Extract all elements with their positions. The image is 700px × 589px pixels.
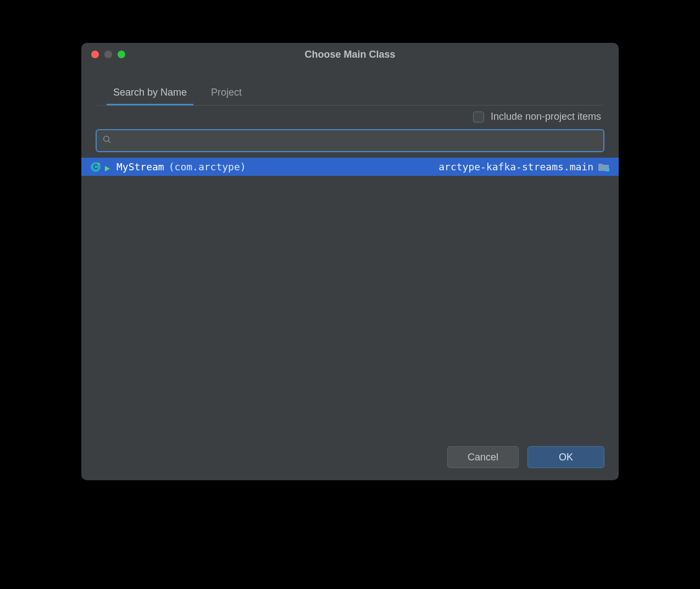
class-icon: C [90, 162, 101, 173]
tab-search-by-name[interactable]: Search by Name [110, 81, 190, 105]
svg-text:C: C [93, 163, 98, 171]
results-list: C MyStream (com.arctype) arctype-kafka-s… [81, 158, 619, 436]
options-row: Include non-project items [97, 105, 603, 129]
include-non-project-label: Include non-project items [491, 111, 601, 123]
search-field-wrap [96, 129, 604, 152]
maximize-window-button[interactable] [118, 51, 125, 58]
choose-main-class-dialog: Choose Main Class Search by Name Project… [81, 43, 619, 480]
tab-project[interactable]: Project [208, 81, 245, 105]
module-folder-icon [598, 162, 610, 172]
dialog-footer: Cancel OK [81, 436, 619, 480]
svg-marker-5 [105, 166, 110, 171]
cancel-button[interactable]: Cancel [447, 446, 519, 468]
dialog-content: Search by Name Project Include non-proje… [81, 66, 619, 436]
result-module: arctype-kafka-streams.main [438, 161, 593, 173]
dialog-title: Choose Main Class [81, 49, 619, 60]
titlebar: Choose Main Class [81, 43, 619, 66]
window-controls [81, 51, 125, 58]
ok-button[interactable]: OK [527, 446, 604, 468]
search-input[interactable] [96, 129, 604, 152]
result-package: (com.arctype) [169, 161, 246, 173]
close-window-button[interactable] [91, 51, 99, 58]
svg-rect-6 [605, 168, 609, 171]
result-class-name: MyStream [116, 161, 164, 173]
include-non-project-checkbox[interactable] [473, 112, 484, 123]
result-icons: C [90, 162, 111, 173]
runnable-icon [103, 163, 111, 171]
result-row[interactable]: C MyStream (com.arctype) arctype-kafka-s… [81, 158, 619, 176]
minimize-window-button[interactable] [104, 51, 112, 58]
tab-bar: Search by Name Project [97, 81, 603, 105]
